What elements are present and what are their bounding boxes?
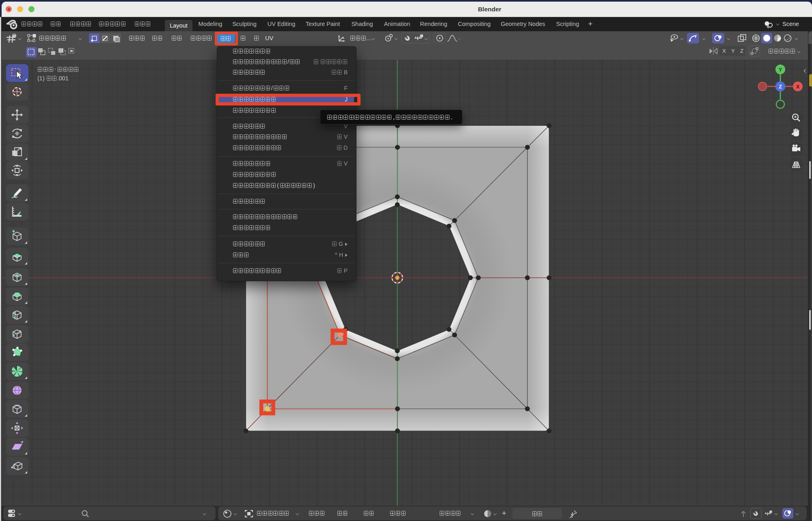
svg-text:Y: Y	[779, 67, 782, 73]
svg-text:Z: Z	[779, 84, 782, 90]
svg-text:X: X	[796, 84, 800, 90]
